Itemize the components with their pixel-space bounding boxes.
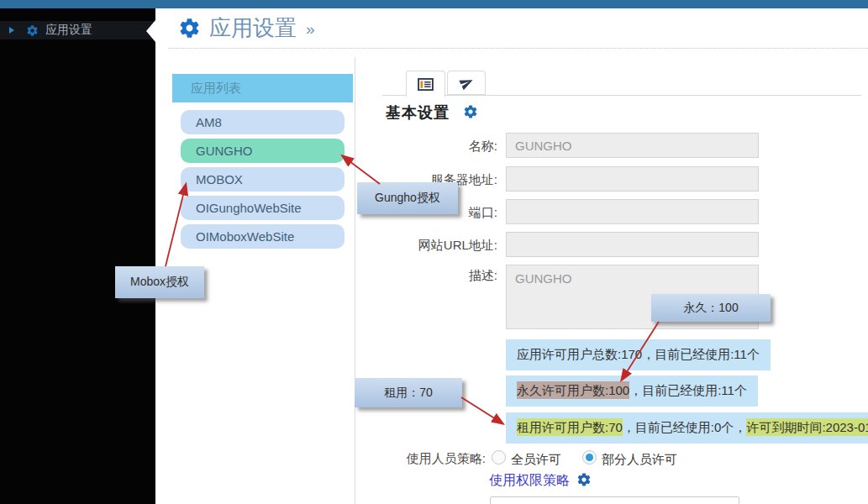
sidebar-item-label: 应用设置	[45, 23, 92, 38]
app-item-oimoboxwebsite[interactable]: OIMoboxWebSite	[181, 224, 345, 249]
tab-basic-settings[interactable]	[406, 71, 445, 97]
app-item-oigunghowebsite[interactable]: OIGunghoWebSite	[181, 196, 345, 220]
permission-input[interactable]	[490, 496, 739, 504]
caret-right-icon[interactable]	[9, 27, 14, 34]
permission-policy-link[interactable]: 使用权限策略	[489, 472, 570, 490]
section-gear-icon[interactable]	[463, 104, 478, 119]
callout-mobox-license: Mobox授权	[115, 266, 204, 298]
license-permanent-text: ，目前已经使用:11个	[629, 383, 747, 397]
tabs-underline	[382, 95, 861, 96]
sidebar	[0, 8, 155, 504]
header-divider	[168, 48, 868, 49]
permission-gear-icon[interactable]	[576, 472, 592, 487]
page-title: 应用设置	[209, 13, 297, 43]
page-gear-icon	[178, 17, 201, 39]
radio-partial-users-label[interactable]: 部分人员许可	[602, 452, 677, 468]
form-list-icon	[418, 78, 434, 91]
radio-all-users-label[interactable]: 全员许可	[511, 452, 561, 468]
app-window: 应用设置 应用设置 » 应用列表 AM8 GUNGHO MOBOX OIGung…	[0, 0, 868, 504]
callout-gungho-license: Gungho授权	[357, 182, 458, 214]
field-label-url: 网站URL地址:	[361, 238, 497, 254]
policy-label: 使用人员策略:	[353, 451, 486, 467]
sidebar-notch	[146, 20, 155, 42]
field-label-description: 描述:	[361, 268, 497, 284]
tab-publish[interactable]	[447, 71, 486, 95]
section-title: 基本设置	[386, 102, 450, 123]
gear-icon	[26, 24, 39, 37]
radio-partial-users[interactable]	[582, 450, 597, 465]
radio-all-users[interactable]	[492, 450, 506, 465]
breadcrumb-chevron: »	[306, 20, 315, 39]
license-rental-highlight: 租用许可用户数:70	[517, 418, 623, 436]
license-total-text: 应用许可用户总数:170，目前已经使用:11个	[517, 347, 760, 361]
app-item-am8[interactable]: AM8	[181, 110, 345, 134]
column-divider	[355, 57, 355, 504]
port-field[interactable]	[506, 199, 759, 224]
server-address-field[interactable]	[506, 166, 759, 192]
sidebar-item-app-settings[interactable]: 应用设置	[0, 21, 155, 39]
license-permanent-badge: 永久许可用户数:100，目前已经使用:11个	[506, 375, 758, 407]
app-item-mobox[interactable]: MOBOX	[181, 167, 345, 192]
callout-permanent-100: 永久：100	[651, 294, 771, 322]
app-item-gungho[interactable]: GUNGHO	[181, 139, 345, 163]
license-total-badge: 应用许可用户总数:170，目前已经使用:11个	[506, 339, 771, 370]
license-rental-badge: 租用许可用户数:70，目前已经使用:0个，许可到期时间:2023-01-19	[506, 412, 868, 444]
website-url-field[interactable]	[506, 232, 759, 257]
radio-dot	[586, 454, 593, 461]
top-bar	[0, 0, 868, 8]
license-permanent-highlight: 永久许可用户数:100	[517, 381, 629, 399]
license-rental-text: ，目前已经使用:0个，	[623, 420, 747, 434]
license-expiry-highlight: 许可到期时间:2023-01-19	[746, 418, 868, 436]
paper-plane-icon	[457, 73, 476, 92]
callout-rental-70: 租用：70	[355, 378, 462, 407]
app-list-header: 应用列表	[172, 74, 353, 102]
name-field[interactable]	[506, 133, 759, 158]
field-label-name: 名称:	[361, 139, 497, 155]
